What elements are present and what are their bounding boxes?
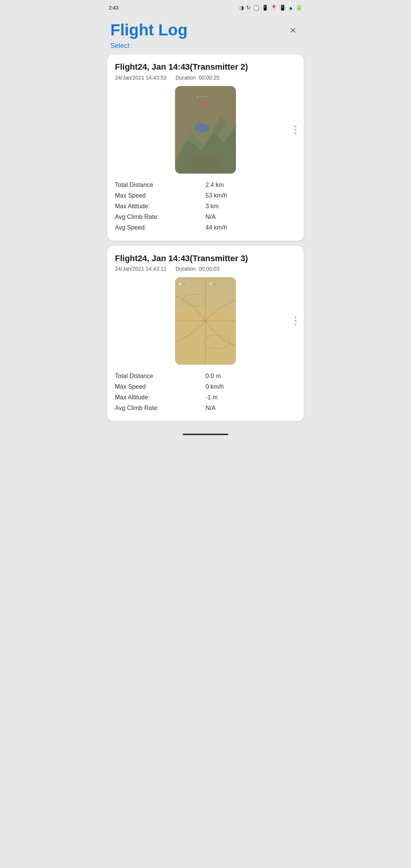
- flight-1-title: Flight24, Jan 14:43(Transmitter 2): [115, 62, 296, 72]
- svg-text:⬜ town: ⬜ town: [209, 282, 217, 286]
- flight-1-more-button[interactable]: [292, 125, 299, 134]
- stat-value-max-altitude-2: -1 m: [206, 392, 296, 403]
- stat-label-total-distance-1: Total Distance: [115, 180, 206, 190]
- status-time: 2:43: [109, 5, 118, 11]
- wifi-icon: ▲: [288, 5, 293, 11]
- more-dot-2: [295, 129, 296, 131]
- more-dot-4: [295, 316, 296, 318]
- close-button[interactable]: ×: [285, 23, 301, 38]
- stat-value-avg-speed-1: 44 km/h: [206, 222, 296, 233]
- flight-card-1[interactable]: Flight24, Jan 14:43(Transmitter 2) 24/Ja…: [107, 54, 304, 240]
- flight-card-2[interactable]: Flight24, Jan 14:43(Transmitter 3) 24/Ja…: [107, 246, 304, 421]
- svg-point-4: [194, 123, 209, 132]
- close-icon: ×: [290, 24, 296, 37]
- flight-2-more-button[interactable]: [292, 316, 299, 325]
- clipboard-icon: 📋: [253, 5, 260, 11]
- stat-label-max-altitude-1: Max Altitude:: [115, 201, 206, 212]
- stat-value-total-distance-1: 2.4 km: [206, 180, 296, 190]
- flight-1-duration-label: Duration 00:00:25: [175, 75, 219, 81]
- flight-2-map: ⬜ city ⬜ town: [175, 277, 236, 365]
- stat-label-max-speed-1: Max Speed: [115, 190, 206, 201]
- flight-2-stats: Total Distance 0.0 m Max Speed 0 km/h Ma…: [115, 371, 296, 413]
- stat-value-max-speed-1: 53 km/h: [206, 190, 296, 201]
- flight-1-meta: 24/Jan/2021 14:43:53 Duration 00:00:25: [115, 75, 296, 81]
- location-icon: 📍: [271, 5, 277, 11]
- flight-1-stats: Total Distance 2.4 km Max Speed 53 km/h …: [115, 180, 296, 233]
- stat-value-max-speed-2: 0 km/h: [206, 381, 296, 392]
- stat-value-max-altitude-1: 3 km: [206, 201, 296, 212]
- battery-icon: 🔋: [296, 5, 302, 11]
- circle-half-icon: ◑: [239, 5, 244, 11]
- select-link-container: Select: [103, 42, 308, 54]
- more-dot-6: [295, 323, 296, 325]
- flight-2-map-container: ⬜ city ⬜ town: [115, 277, 296, 365]
- flight-1-map-container: ▲ Drone: [115, 86, 296, 174]
- flight-1-date: 24/Jan/2021 14:43:53: [115, 75, 166, 81]
- flight-2-title: Flight24, Jan 14:43(Transmitter 3): [115, 254, 296, 263]
- stat-label-avg-climb-2: Avg Climb Rate:: [115, 403, 206, 413]
- flight-2-meta: 24/Jan/2021 14:43:11 Duration 00:00:03: [115, 266, 296, 272]
- svg-point-7: [204, 102, 207, 105]
- content-area: Flight24, Jan 14:43(Transmitter 2) 24/Ja…: [103, 54, 308, 421]
- stat-label-total-distance-2: Total Distance: [115, 371, 206, 381]
- flight-1-map: ▲ Drone: [175, 86, 236, 174]
- status-icons: ◑ ↻ 📋 📱 📍 📳 ▲ 🔋: [239, 5, 302, 11]
- flight-2-duration-label: Duration 00:00:03: [175, 266, 219, 272]
- stat-label-max-speed-2: Max Speed: [115, 381, 206, 392]
- more-dot-3: [295, 132, 296, 134]
- select-button[interactable]: Select: [110, 42, 129, 49]
- vibrate-icon: 📳: [279, 5, 286, 11]
- stat-label-avg-speed-1: Avg Speed:: [115, 222, 206, 233]
- flight-2-date: 24/Jan/2021 14:43:11: [115, 266, 166, 272]
- page-title: Flight Log: [110, 21, 188, 39]
- svg-text:⬜ city: ⬜ city: [179, 282, 186, 286]
- stat-label-max-altitude-2: Max Altitude:: [115, 392, 206, 403]
- bottom-nav: [103, 429, 308, 440]
- more-dot-5: [295, 320, 296, 322]
- svg-rect-5: [190, 155, 221, 174]
- sync-icon: ↻: [246, 5, 251, 11]
- stat-value-avg-climb-1: N/A: [206, 212, 296, 222]
- phone-icon: 📱: [262, 5, 268, 11]
- stat-value-total-distance-2: 0.0 m: [206, 371, 296, 381]
- stat-value-avg-climb-2: N/A: [206, 403, 296, 413]
- status-bar: 2:43 ◑ ↻ 📋 📱 📍 📳 ▲ 🔋: [103, 0, 308, 15]
- stat-label-avg-climb-1: Avg Climb Rate:: [115, 212, 206, 222]
- nav-indicator: [183, 434, 228, 435]
- header: Flight Log ×: [103, 15, 308, 42]
- more-dot-1: [295, 125, 296, 127]
- svg-text:▲ Drone: ▲ Drone: [196, 95, 208, 98]
